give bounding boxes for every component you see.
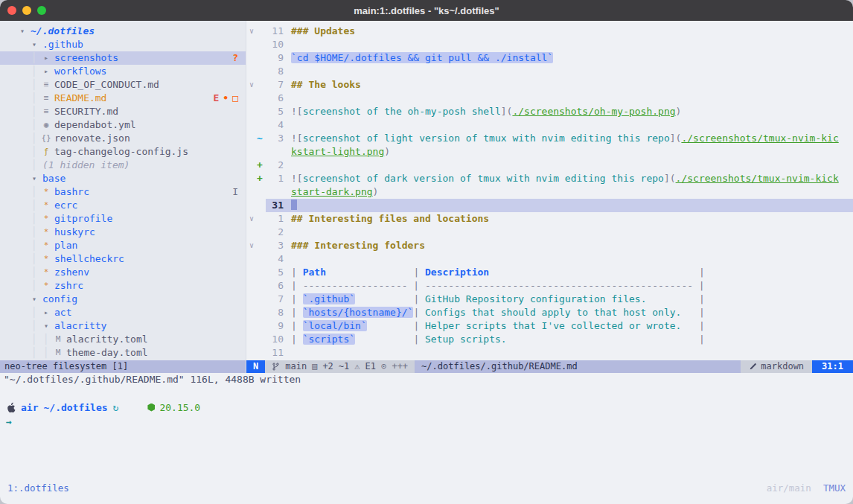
tree-item[interactable]: │≡SECURITY.md — [0, 105, 246, 118]
editor-buffer[interactable]: ∨11### Updates109`cd $HOME/.dotfiles && … — [246, 21, 853, 360]
fold-icon — [246, 333, 257, 346]
fold-icon[interactable]: ∨ — [246, 78, 257, 92]
indent-guide: │ — [28, 239, 40, 252]
editor-line[interactable]: 7| `.github` | GitHub Repository configu… — [246, 293, 853, 306]
tree-item[interactable]: │◉dependabot.yml — [0, 118, 246, 132]
tree-item[interactable]: │*ecrc — [0, 199, 246, 212]
tree-item[interactable]: │▸act — [0, 306, 246, 319]
tree-item[interactable]: ▾~/.dotfiles — [0, 25, 246, 38]
tree-item[interactable]: │*plan — [0, 239, 246, 252]
tree-item[interactable]: │*zshenv — [0, 266, 246, 279]
tree-item[interactable]: │(1 hidden item) — [0, 159, 246, 172]
chevron-right-icon[interactable]: ▸ — [40, 51, 52, 65]
editor-line[interactable]: 10| `scripts` | Setup scripts. | — [246, 333, 853, 346]
tree-item[interactable]: ▾.github — [0, 38, 246, 51]
fold-icon[interactable]: ∨ — [246, 212, 257, 226]
indent-guide: │ — [28, 346, 40, 360]
indent-guide: │ — [28, 92, 40, 105]
prompt-host: air — [21, 402, 38, 413]
editor-line[interactable]: 4 — [246, 252, 853, 266]
tree-item[interactable]: │▾alacritty — [0, 319, 246, 333]
tree-item[interactable]: │≡CODE_OF_CONDUCT.md — [0, 78, 246, 92]
tree-item[interactable]: ││Malacritty.toml — [0, 333, 246, 346]
text-segment — [355, 293, 413, 304]
tree-item[interactable]: │*zshrc — [0, 279, 246, 293]
editor-line[interactable]: 9| `local/bin` | Helper scripts that I'v… — [246, 319, 853, 333]
editor-line[interactable]: +1![screenshot of dark version of tmux w… — [246, 172, 853, 185]
titlebar[interactable]: main:1:.dotfiles - "ks~/.dotfiles" — [0, 0, 853, 21]
git-sign — [257, 293, 266, 306]
statusline: N main ▤ +2 ~1 ⚠ E1 ⊙ +++ ~/.dotfiles/.g… — [246, 360, 853, 373]
tree-item-label: screenshots — [54, 51, 118, 65]
editor-line[interactable]: kstart-light.png) — [246, 145, 853, 159]
tree-item[interactable]: ▾config — [0, 293, 246, 306]
chevron-right-icon[interactable]: ▸ — [40, 65, 52, 78]
mode-indicator: N — [246, 360, 265, 373]
status-marks: ? — [232, 51, 238, 65]
editor-line[interactable]: start-dark.png) — [246, 185, 853, 199]
fold-icon[interactable]: ∨ — [246, 239, 257, 252]
command-line-message: "~/.dotfiles/.github/README.md" 116L, 44… — [0, 373, 853, 386]
statusline-extra: ⊙ +++ — [381, 360, 408, 373]
tree-item[interactable]: │*shellcheckrc — [0, 252, 246, 266]
editor-line[interactable]: 11 — [246, 346, 853, 360]
tree-item[interactable]: │ƒtag-changelog-config.js — [0, 145, 246, 159]
editor-line[interactable]: 6| ------------------ | ----------------… — [246, 279, 853, 293]
text-segment: | — [699, 293, 705, 304]
text-segment: screenshot of dark version of tmux with … — [303, 173, 664, 184]
chevron-down-icon[interactable]: ▾ — [40, 319, 52, 333]
editor-line[interactable]: 9`cd $HOME/.dotfiles && git pull && ./in… — [246, 51, 853, 65]
filetype-label: markdown — [761, 360, 804, 373]
chevron-down-icon[interactable]: ▾ — [28, 293, 40, 306]
tree-item[interactable]: │*bashrcI — [0, 185, 246, 199]
file-icon: ≡ — [40, 92, 52, 105]
editor-line[interactable]: ∨7## The looks — [246, 78, 853, 92]
close-button[interactable] — [7, 6, 16, 15]
editor-line[interactable]: 2 — [246, 226, 853, 239]
tree-item[interactable]: │{}renovate.json — [0, 132, 246, 145]
line-body: kstart-light.png) — [266, 145, 853, 159]
window-controls — [7, 6, 46, 15]
tree-item[interactable]: │▸screenshots? — [0, 51, 246, 65]
editor-line[interactable]: 10 — [246, 38, 853, 51]
file-tree: ▾~/.dotfiles▾.github│▸screenshots?│▸work… — [0, 21, 246, 360]
editor-line[interactable]: 8 — [246, 65, 853, 78]
editor-line[interactable]: ∨11### Updates — [246, 25, 853, 38]
tree-item[interactable]: ▾base — [0, 172, 246, 185]
tmux-window-label[interactable]: 1:.dotfiles — [7, 481, 69, 496]
tree-item[interactable]: │≡README.mdE•□ — [0, 92, 246, 105]
editor-line[interactable]: 31 — [246, 199, 853, 212]
indent-guide: │ — [28, 266, 40, 279]
tree-item[interactable]: │*huskyrc — [0, 226, 246, 239]
editor-line[interactable]: ∨1## Interesting files and locations — [246, 212, 853, 226]
text-segment: ## Interesting files and locations — [291, 213, 489, 224]
line-number: 7 — [266, 293, 284, 306]
git-branch-name: main — [285, 360, 307, 373]
editor-line[interactable]: ~3![screenshot of light version of tmux … — [246, 132, 853, 145]
tree-item[interactable]: │*gitprofile — [0, 212, 246, 226]
chevron-down-icon[interactable]: ▾ — [28, 172, 40, 185]
git-status-segment: main ▤ +2 ~1 ⚠ E1 ⊙ +++ — [265, 360, 415, 373]
editor-line[interactable]: 6 — [246, 92, 853, 105]
chevron-down-icon[interactable]: ▾ — [16, 25, 28, 38]
tree-item-label: README.md — [54, 92, 106, 105]
editor-line[interactable]: 4 — [246, 118, 853, 132]
editor-line[interactable]: ∨3### Interesting folders — [246, 239, 853, 252]
tree-item[interactable]: │▸workflows — [0, 65, 246, 78]
line-body: 1![screenshot of dark version of tmux wi… — [266, 172, 853, 185]
editor-line[interactable]: 5| Path | Description | — [246, 266, 853, 279]
tmux-pane-shell[interactable]: air ~/.dotfiles ↻ 20.15.0 → — [0, 386, 853, 427]
text-segment: | — [291, 307, 303, 318]
fold-icon[interactable]: ∨ — [246, 25, 257, 38]
text-segment: | — [699, 320, 705, 331]
chevron-right-icon[interactable]: ▸ — [40, 306, 52, 319]
editor-line[interactable]: +2 — [246, 159, 853, 172]
editor-line[interactable]: 5![screenshot of the oh-my-posh shell](.… — [246, 105, 853, 118]
tree-item[interactable]: ││Mtheme-day.toml — [0, 346, 246, 360]
indent-guide: │ — [28, 306, 40, 319]
minimize-button[interactable] — [22, 6, 31, 15]
text-segment: | — [699, 307, 705, 318]
chevron-down-icon[interactable]: ▾ — [28, 38, 40, 51]
zoom-button[interactable] — [37, 6, 46, 15]
editor-line[interactable]: 8| `hosts/{hostname}/`| Configs that sho… — [246, 306, 853, 319]
